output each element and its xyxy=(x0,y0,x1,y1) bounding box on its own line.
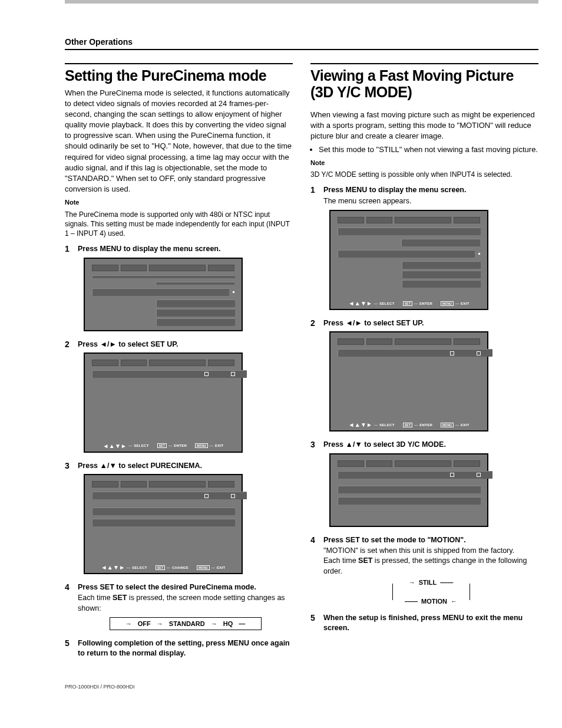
left-intro: When the PureCinema mode is selected, it… xyxy=(65,88,293,195)
menu-screenshot: ◄▲▼►···SELECT SET···ENTER MENU···EXIT xyxy=(329,210,488,310)
right-bullet: Set this mode to "STILL" when not viewin… xyxy=(319,144,538,155)
cycle-diagram: STILL—— ——MOTION xyxy=(390,579,472,605)
right-note-head: Note xyxy=(310,159,538,167)
top-decorative-bar xyxy=(65,0,538,32)
left-step1-title: Press MENU to display the menu screen. xyxy=(78,244,293,253)
menu-screenshot xyxy=(84,258,243,331)
right-step2-title: Press ◄/► to select SET UP. xyxy=(323,318,538,328)
right-step4-body2: Each time SET is pressed, the settings c… xyxy=(323,556,538,577)
cycle-diagram: OFF STANDARD HQ — xyxy=(110,617,262,630)
left-note-head: Note xyxy=(65,198,293,207)
left-step2-title: Press ◄/► to select SET UP. xyxy=(78,340,293,349)
right-intro: When viewing a fast moving picture such … xyxy=(310,110,538,142)
right-step1-title: Press MENU to display the menu screen. xyxy=(323,185,538,195)
left-step5-title: Following completion of the setting, pre… xyxy=(78,638,293,658)
left-step3-title: Press ▲/▼ to select PURECINEMA. xyxy=(78,461,293,470)
left-note-body: The PureCinema mode is supported only wi… xyxy=(65,210,293,239)
menu-screenshot: ◄▲▼►···SELECT SET···CHANGE MENU···EXIT xyxy=(84,474,243,574)
left-step4-title: Press SET to select the desired PureCine… xyxy=(78,582,293,592)
left-title: Setting the PureCinema mode xyxy=(65,68,293,84)
right-title: Viewing a Fast Moving Picture (3D Y/C MO… xyxy=(310,68,538,100)
right-step4-title: Press SET to set the mode to "MOTION". xyxy=(323,535,538,545)
menu-screenshot: ◄▲▼►···SELECT SET···ENTER MENU···EXIT xyxy=(329,331,488,431)
right-note-body: 3D Y/C MODE setting is possible only whe… xyxy=(310,170,538,179)
section-header: Other Operations xyxy=(65,37,538,50)
right-step3-title: Press ▲/▼ to select 3D Y/C MODE. xyxy=(323,440,538,449)
right-step5-title: When the setup is finished, press MENU t… xyxy=(323,613,538,633)
footer-model: PRO-1000HDI / PRO-800HDI xyxy=(65,684,538,690)
menu-screenshot xyxy=(329,453,488,527)
menu-screenshot: ◄▲▼►···SELECT SET···ENTER MENU···EXIT xyxy=(84,353,243,453)
right-step4-body1: "MOTION" is set when this unit is shippe… xyxy=(323,546,538,556)
left-step4-body: Each time SET is pressed, the screen mod… xyxy=(78,593,293,614)
right-step1-body: The menu screen appears. xyxy=(323,196,538,207)
